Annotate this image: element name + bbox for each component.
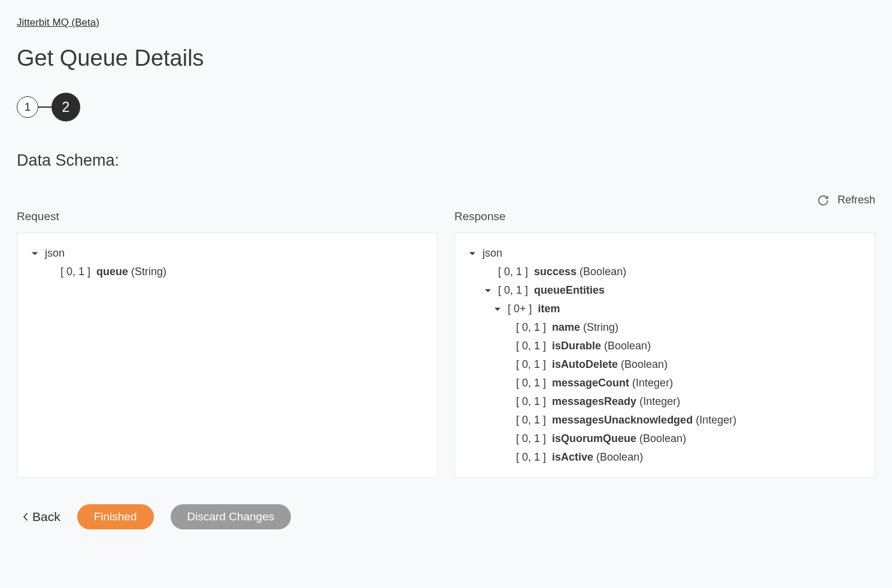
cardinality: [ 0, 1 ] <box>498 284 528 297</box>
response-label: Response <box>454 210 875 223</box>
tree-row-queue[interactable]: [ 0, 1 ] queue (String) <box>31 263 424 281</box>
tree-row-field[interactable]: [ 0, 1 ] isQuorumQueue (Boolean) <box>468 429 861 448</box>
field-name: queue <box>96 266 128 278</box>
tree-row-json[interactable]: json <box>468 244 861 263</box>
tree-row-field[interactable]: [ 0, 1 ] messageCount (Integer) <box>468 374 861 392</box>
chevron-down-icon[interactable] <box>31 249 39 258</box>
tree-row-item[interactable]: [ 0+ ] item <box>468 300 861 318</box>
field-type: (String) <box>583 321 618 333</box>
chevron-down-icon[interactable] <box>493 305 502 313</box>
refresh-button[interactable]: Refresh <box>838 194 875 206</box>
cardinality: [ 0, 1 ] <box>516 340 546 352</box>
field-name: messageCount <box>552 377 629 389</box>
cardinality: [ 0, 1 ] <box>498 266 528 278</box>
response-column: Response json [ 0, 1 ] success (Boolean) <box>454 210 875 478</box>
field-type: (Integer) <box>696 414 736 426</box>
response-panel: json [ 0, 1 ] success (Boolean) [ 0, 1 ]… <box>454 233 875 478</box>
cardinality: [ 0, 1 ] <box>516 377 546 389</box>
field-type: (Boolean) <box>604 340 651 352</box>
finished-button[interactable]: Finished <box>77 504 154 529</box>
cardinality: [ 0, 1 ] <box>516 451 546 464</box>
tree-row-field[interactable]: [ 0, 1 ] isActive (Boolean) <box>468 448 861 467</box>
field-type: (String) <box>131 266 166 278</box>
step-1[interactable]: 1 <box>17 96 38 118</box>
cardinality: [ 0, 1 ] <box>516 321 546 334</box>
page-title: Get Queue Details <box>17 45 875 71</box>
field-type: (Boolean) <box>596 451 643 463</box>
field-name: isDurable <box>552 340 601 352</box>
tree-row-json[interactable]: json <box>31 244 424 263</box>
field-name: queueEntities <box>534 284 605 297</box>
tree-row-field[interactable]: [ 0, 1 ] isDurable (Boolean) <box>468 337 861 355</box>
field-name: isActive <box>552 451 593 463</box>
discard-button[interactable]: Discard Changes <box>171 504 292 529</box>
back-label: Back <box>32 510 60 524</box>
stepper: 1 2 <box>17 93 875 121</box>
field-name: isAutoDelete <box>552 358 618 370</box>
request-column: Request json [ 0, 1 ] queue (String) <box>17 210 438 478</box>
chevron-down-icon[interactable] <box>468 249 477 258</box>
cardinality: [ 0+ ] <box>508 303 532 315</box>
cardinality: [ 0, 1 ] <box>516 414 546 426</box>
back-button[interactable]: Back <box>23 510 60 524</box>
field-name: isQuorumQueue <box>552 432 636 444</box>
tree-row-field[interactable]: [ 0, 1 ] isAutoDelete (Boolean) <box>468 355 861 374</box>
tree-row-queue-entities[interactable]: [ 0, 1 ] queueEntities <box>468 281 861 300</box>
field-name: item <box>538 303 560 315</box>
field-type: (Boolean) <box>639 432 686 444</box>
request-label: Request <box>17 210 438 223</box>
chevron-down-icon[interactable] <box>484 287 492 295</box>
tree-row-success[interactable]: [ 0, 1 ] success (Boolean) <box>468 263 861 281</box>
field-name: messagesReady <box>552 395 636 407</box>
tree-label: json <box>483 247 502 260</box>
step-2[interactable]: 2 <box>51 93 80 121</box>
refresh-icon[interactable] <box>817 194 829 206</box>
section-title: Data Schema: <box>17 151 875 170</box>
request-panel: json [ 0, 1 ] queue (String) <box>17 233 438 478</box>
field-type: (Boolean) <box>580 266 626 278</box>
tree-row-field[interactable]: [ 0, 1 ] messagesUnacknowledged (Integer… <box>468 411 861 429</box>
field-type: (Integer) <box>639 395 680 407</box>
tree-row-field[interactable]: [ 0, 1 ] name (String) <box>468 318 861 337</box>
chevron-left-icon <box>23 513 29 521</box>
step-connector <box>38 106 51 108</box>
cardinality: [ 0, 1 ] <box>60 266 90 278</box>
tree-row-field[interactable]: [ 0, 1 ] messagesReady (Integer) <box>468 392 861 411</box>
field-name: name <box>552 321 580 333</box>
field-type: (Boolean) <box>621 358 668 370</box>
footer-buttons: Back Finished Discard Changes <box>17 504 875 529</box>
cardinality: [ 0, 1 ] <box>516 395 546 408</box>
cardinality: [ 0, 1 ] <box>516 358 546 371</box>
field-name: success <box>534 266 577 278</box>
cardinality: [ 0, 1 ] <box>516 432 546 445</box>
field-name: messagesUnacknowledged <box>552 414 693 426</box>
field-type: (Integer) <box>632 377 673 389</box>
tree-label: json <box>45 247 65 260</box>
breadcrumb[interactable]: Jitterbit MQ (Beta) <box>17 17 99 29</box>
